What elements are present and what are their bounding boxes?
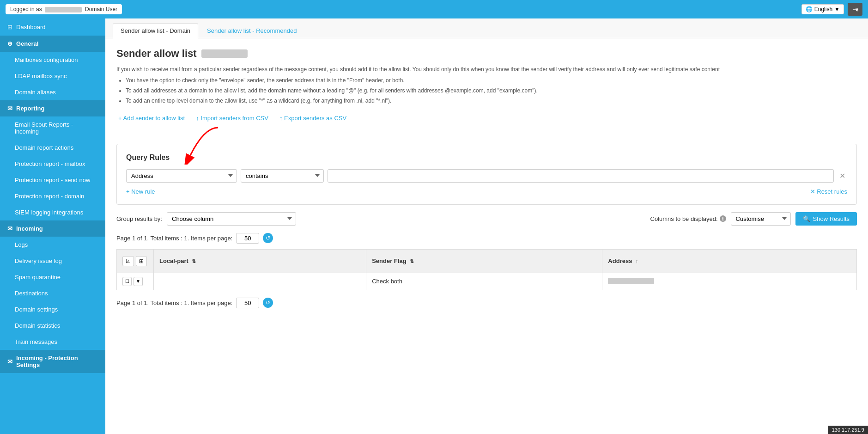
sort-icon-local-part: ⇅ bbox=[192, 258, 196, 264]
row-controls-cell: ☐ ▼ bbox=[117, 273, 154, 290]
row-local-part bbox=[154, 273, 366, 290]
main-content: Sender allow list - Domain Sender allow … bbox=[105, 18, 868, 434]
content-area: Sender allow list If you wish to receive… bbox=[105, 38, 868, 323]
logout-icon: ⇥ bbox=[852, 5, 858, 14]
customise-select[interactable]: Customise bbox=[731, 212, 791, 226]
sidebar-item-email-scout-reports[interactable]: Email Scout Reports - incoming bbox=[0, 116, 105, 140]
sidebar-item-label: Dashboard bbox=[16, 24, 46, 31]
sort-icon-address: ↑ bbox=[636, 258, 638, 264]
row-address bbox=[602, 273, 857, 290]
row-actions-btn[interactable]: ▼ bbox=[134, 277, 143, 286]
group-results-left: Group results by: Choose column bbox=[116, 212, 296, 226]
sidebar-item-protection-report-mailbox[interactable]: Protection report - mailbox bbox=[0, 156, 105, 172]
remove-rule-button[interactable]: ✕ bbox=[838, 170, 847, 182]
items-per-page-top[interactable] bbox=[236, 233, 259, 244]
reporting-icon: ✉ bbox=[7, 105, 12, 112]
query-value-input[interactable] bbox=[328, 169, 834, 183]
sidebar-item-logs[interactable]: Logs bbox=[0, 237, 105, 253]
choose-column-select[interactable]: Choose column bbox=[167, 212, 296, 226]
dashboard-icon: ⊞ bbox=[7, 24, 12, 31]
sidebar-item-dashboard[interactable]: ⊞ Dashboard bbox=[0, 18, 105, 36]
incoming-icon: ✉ bbox=[7, 225, 12, 232]
show-results-button[interactable]: 🔍 Show Results bbox=[795, 212, 857, 226]
status-bar: 130.117.251.9 bbox=[828, 426, 868, 434]
page-description: If you wish to receive mail from a parti… bbox=[116, 65, 857, 73]
search-icon: 🔍 bbox=[803, 215, 810, 222]
sort-icon-sender-flag: ⇅ bbox=[410, 258, 414, 264]
pagination-bottom: Page 1 of 1. Total items : 1. Items per … bbox=[116, 298, 857, 308]
info-bullets: You have the option to check only the "e… bbox=[126, 76, 857, 105]
query-rules-title: Query Rules bbox=[126, 153, 847, 162]
columns-label: Columns to be displayed: ℹ bbox=[650, 215, 726, 222]
flag-icon: 🌐 bbox=[806, 6, 813, 12]
bullet-2: To add all addresses at a domain to the … bbox=[126, 86, 857, 95]
logout-button[interactable]: ⇥ bbox=[848, 3, 862, 16]
sidebar-item-domain-aliases[interactable]: Domain aliases bbox=[0, 84, 105, 100]
pagination-top: Page 1 of 1. Total items : 1. Items per … bbox=[116, 233, 857, 244]
logged-in-label: Logged in as Domain User bbox=[6, 4, 122, 14]
page-title-row: Sender allow list bbox=[116, 48, 857, 60]
group-results-label: Group results by: bbox=[116, 215, 162, 222]
query-rules-section: Query Rules Address contains ✕ + New rul… bbox=[116, 144, 857, 205]
sidebar-item-delivery-issue-log[interactable]: Delivery issue log bbox=[0, 253, 105, 269]
sidebar-section-incoming[interactable]: ✉ Incoming bbox=[0, 220, 105, 237]
action-links: + Add sender to allow list ↑ Import send… bbox=[116, 115, 346, 122]
filter-row: Group results by: Choose column Columns … bbox=[116, 212, 857, 226]
reset-rules-link[interactable]: ✕ Reset rules bbox=[810, 188, 847, 195]
col-header-local-part[interactable]: Local-part ⇅ bbox=[154, 249, 366, 273]
new-rule-link[interactable]: + New rule bbox=[126, 188, 155, 195]
language-selector[interactable]: 🌐 English ▼ bbox=[801, 4, 844, 14]
import-csv-link[interactable]: ↑ Import senders from CSV bbox=[194, 115, 268, 122]
sidebar-section-label: Incoming - Protection Settings bbox=[16, 355, 98, 368]
sidebar-section-reporting[interactable]: ✉ Reporting bbox=[0, 100, 105, 116]
row-sender-flag: Check both bbox=[366, 273, 602, 290]
sidebar-section-incoming-protection[interactable]: ✉ Incoming - Protection Settings bbox=[0, 350, 105, 373]
tabs-container: Sender allow list - Domain Sender allow … bbox=[105, 18, 868, 38]
table-controls: ☑ ⊞ bbox=[122, 253, 148, 269]
sidebar-item-destinations[interactable]: Destinations bbox=[0, 285, 105, 301]
tab-sender-allow-recommended[interactable]: Sender allow list - Recommended bbox=[199, 23, 304, 38]
refresh-button-top[interactable]: ↺ bbox=[263, 233, 273, 243]
sidebar-section-label: Incoming bbox=[16, 225, 43, 232]
items-per-page-bottom[interactable] bbox=[236, 298, 259, 308]
col-header-address[interactable]: Address ↑ bbox=[602, 249, 857, 273]
sidebar-section-general[interactable]: ⊕ General bbox=[0, 36, 105, 52]
export-csv-link[interactable]: ↑ Export senders as CSV bbox=[278, 115, 346, 122]
sidebar-item-mailboxes-config[interactable]: Mailboxes configuration bbox=[0, 52, 105, 68]
sidebar-item-ldap-mailbox-sync[interactable]: LDAP mailbox sync bbox=[0, 68, 105, 84]
add-sender-link[interactable]: + Add sender to allow list bbox=[116, 115, 185, 122]
refresh-button-bottom[interactable]: ↺ bbox=[263, 298, 273, 308]
blurred-address bbox=[608, 278, 654, 284]
top-bar-right: 🌐 English ▼ ⇥ bbox=[801, 3, 862, 16]
page-title: Sender allow list bbox=[116, 48, 197, 60]
row-checkbox[interactable]: ☐ bbox=[122, 277, 132, 286]
address-select[interactable]: Address bbox=[126, 169, 237, 183]
sidebar: ⊞ Dashboard ⊕ General Mailboxes configur… bbox=[0, 18, 105, 434]
layout: ⊞ Dashboard ⊕ General Mailboxes configur… bbox=[0, 18, 868, 434]
col-header-sender-flag[interactable]: Sender Flag ⇅ bbox=[366, 249, 602, 273]
domain-badge bbox=[201, 49, 248, 58]
table-header-controls: ☑ ⊞ bbox=[117, 249, 154, 273]
sidebar-section-label: General bbox=[16, 40, 38, 47]
bullet-3: To add an entire top-level domain to the… bbox=[126, 97, 857, 105]
sidebar-item-train-messages[interactable]: Train messages bbox=[0, 334, 105, 350]
sidebar-item-protection-report-domain[interactable]: Protection report - domain bbox=[0, 188, 105, 204]
sidebar-item-spam-quarantine[interactable]: Spam quarantine bbox=[0, 269, 105, 285]
sidebar-section-label: Reporting bbox=[16, 105, 44, 112]
protection-icon: ✉ bbox=[7, 358, 12, 365]
sidebar-item-protection-report-send-now[interactable]: Protection report - send now bbox=[0, 172, 105, 188]
sidebar-item-siem-logging[interactable]: SIEM logging integrations bbox=[0, 204, 105, 220]
columns-display-right: Columns to be displayed: ℹ Customise 🔍 S… bbox=[650, 212, 857, 226]
action-links-wrapper: + Add sender to allow list ↑ Import send… bbox=[116, 115, 346, 133]
sender-allow-table: ☑ ⊞ Local-part ⇅ Sender Flag ⇅ bbox=[116, 249, 857, 290]
info-icon: ℹ bbox=[720, 215, 726, 222]
sidebar-item-domain-settings[interactable]: Domain settings bbox=[0, 301, 105, 318]
chevron-down-icon: ▼ bbox=[834, 6, 840, 12]
table-options-button[interactable]: ⊞ bbox=[136, 256, 147, 266]
select-all-button[interactable]: ☑ bbox=[122, 256, 134, 266]
sidebar-item-domain-statistics[interactable]: Domain statistics bbox=[0, 318, 105, 334]
sidebar-item-domain-report-actions[interactable]: Domain report actions bbox=[0, 140, 105, 156]
contains-select[interactable]: contains bbox=[241, 169, 324, 183]
query-row: Address contains ✕ bbox=[126, 169, 847, 183]
tab-sender-allow-domain[interactable]: Sender allow list - Domain bbox=[113, 23, 198, 38]
